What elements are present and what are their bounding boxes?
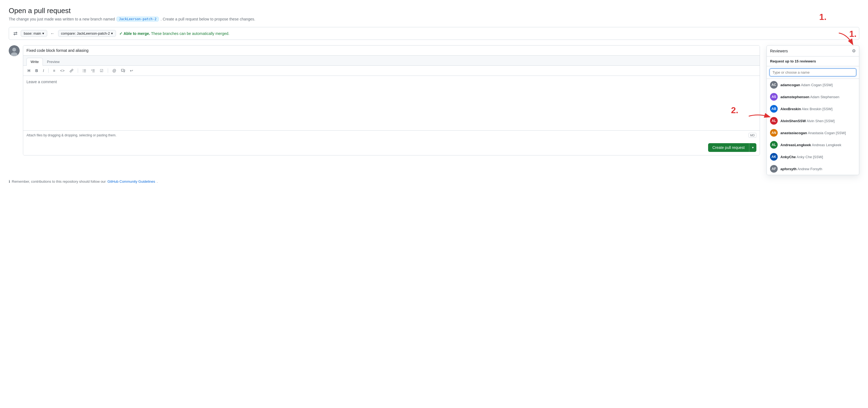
reviewers-gear-icon[interactable]: ⚙ — [852, 48, 856, 54]
create-pr-button[interactable]: Create pull request — [708, 143, 749, 152]
reviewer-list: ACadamcogan Adam Cogan [SSW]ASadamstephe… — [767, 79, 859, 175]
base-branch-select[interactable]: base: main ▾ — [21, 30, 47, 37]
reviewer-username: AlexBreskin — [780, 107, 801, 111]
attach-bar: Attach files by dragging & dropping, sel… — [23, 130, 760, 140]
code-button[interactable]: <> — [59, 68, 65, 73]
merge-bar: ⇄ base: main ▾ ← compare: JackLeerson-pa… — [9, 27, 859, 40]
pr-title-input[interactable] — [23, 45, 760, 56]
reviewer-fullname: Adam Stephensen — [809, 95, 839, 99]
base-chevron-icon: ▾ — [42, 31, 44, 35]
right-panel: 1. Reviewers ⚙ Request up to 15 reviewer… — [767, 45, 859, 175]
reviewer-username: apforsyth — [780, 167, 797, 171]
merge-check-icon: ✓ — [119, 31, 123, 36]
reviewers-header: Reviewers ⚙ — [767, 45, 859, 57]
branch-badge: JackLeerson-patch-2 — [117, 17, 159, 22]
reviewer-avatar: AL — [770, 117, 778, 125]
reviewer-search-input[interactable] — [770, 68, 856, 76]
reviewer-fullname: Adam Cogan [SSW] — [800, 83, 833, 87]
reviewer-username: adamcogan — [780, 83, 800, 87]
comment-placeholder: Leave a comment — [27, 80, 57, 84]
pr-editor: Write Preview H B I ≡ <> — [23, 45, 760, 155]
compare-chevron-icon: ▾ — [111, 31, 113, 35]
ordered-list-button[interactable]: ≡ — [52, 68, 56, 73]
subtitle-pre: The change you just made was written to … — [9, 17, 115, 21]
numbered-list-button[interactable] — [90, 68, 96, 73]
footer-note: ℹ Remember, contributions to this reposi… — [9, 180, 859, 184]
bold-button[interactable]: B — [34, 68, 39, 73]
undo-button[interactable]: ↩︎ — [129, 68, 134, 73]
swap-branches-icon[interactable]: ← — [51, 31, 55, 36]
reviewers-dropdown: Reviewers ⚙ Request up to 15 reviewers A… — [767, 45, 859, 175]
reviewers-title: Reviewers — [770, 49, 788, 53]
unordered-list-button[interactable] — [81, 68, 87, 73]
reviewer-name: adamcogan Adam Cogan [SSW] — [780, 83, 833, 87]
merge-status: ✓ Able to merge. These branches can be a… — [119, 31, 229, 36]
actions-row: Create pull request ▾ — [23, 140, 760, 155]
footer-text-post: . — [157, 180, 158, 184]
compare-branch-label: compare: JackLeerson-patch-2 — [61, 31, 110, 35]
reviewer-avatar: AL — [770, 141, 778, 149]
reference-button[interactable] — [120, 68, 126, 73]
reviewer-name: AlvinShenSSW Alvin Shen [SSW] — [780, 119, 835, 123]
reviewer-username: adamstephensen — [780, 95, 809, 99]
toolbar-sep-1 — [48, 68, 49, 73]
reviewer-name: AnkyChe Anky Che [SSW] — [780, 155, 823, 159]
tab-write[interactable]: Write — [27, 58, 43, 66]
compare-branch-select[interactable]: compare: JackLeerson-patch-2 ▾ — [58, 30, 116, 37]
reviewer-username: AlvinShenSSW — [780, 119, 806, 123]
reviewer-fullname: Anky Che [SSW] — [796, 155, 823, 159]
reviewer-username: anastasiacogan — [780, 131, 807, 135]
link-button[interactable] — [68, 68, 74, 73]
mention-button[interactable]: @ — [111, 68, 117, 73]
reviewer-list-item[interactable]: ASadamstephensen Adam Stephensen — [767, 91, 859, 103]
reviewer-list-item[interactable]: ALAndreasLengkeek Andreas Lengkeek — [767, 139, 859, 151]
footer-info-icon: ℹ — [9, 180, 10, 184]
reviewer-fullname: Andreas Lengkeek — [811, 143, 841, 147]
create-pr-dropdown-button[interactable]: ▾ — [749, 143, 756, 152]
compare-icon: ⇄ — [13, 31, 18, 36]
markdown-icon: MD — [748, 133, 756, 138]
reviewer-name: adamstephensen Adam Stephensen — [780, 95, 839, 99]
reviewer-username: AndreasLengkeek — [780, 143, 811, 147]
reviewer-avatar: AK — [770, 153, 778, 161]
toolbar-sep-2 — [78, 68, 78, 73]
task-list-button[interactable]: ☑ — [99, 68, 104, 73]
reviewer-list-item[interactable]: ACadamcogan Adam Cogan [SSW] — [767, 79, 859, 91]
italic-button[interactable]: I — [42, 68, 45, 73]
avatar-image — [9, 45, 20, 56]
editor-toolbar: H B I ≡ <> — [23, 66, 760, 76]
reviewer-list-item[interactable]: ABAlexBreskin Alex Breskin [SSW] — [767, 103, 859, 115]
reviewer-fullname: Andrew Forsyth — [797, 167, 822, 171]
footer-guidelines-link[interactable]: GitHub Community Guidelines — [107, 180, 155, 184]
footer-text-pre: Remember, contributions to this reposito… — [12, 180, 106, 184]
reviewer-username: AnkyChe — [780, 155, 796, 159]
reviewer-list-item[interactable]: ANanastasiacogan Anastasia Cogan [SSW] — [767, 127, 859, 139]
reviewer-avatar: AC — [770, 81, 778, 89]
reviewer-avatar: AN — [770, 129, 778, 137]
svg-point-1 — [12, 48, 16, 52]
reviewer-search-wrapper — [767, 66, 859, 79]
reviewer-avatar: AF — [770, 165, 778, 172]
reviewer-list-item[interactable]: ALAlvinShenSSW Alvin Shen [SSW] — [767, 115, 859, 127]
reviewer-list-item[interactable]: AKAnkyChe Anky Che [SSW] — [767, 151, 859, 163]
reviewer-avatar: AS — [770, 93, 778, 101]
reviewer-name: anastasiacogan Anastasia Cogan [SSW] — [780, 131, 846, 135]
tab-preview[interactable]: Preview — [43, 58, 64, 66]
attach-text: Attach files by dragging & dropping, sel… — [27, 133, 117, 137]
reviewer-fullname: Anastasia Cogan [SSW] — [807, 131, 846, 135]
page-subtitle: The change you just made was written to … — [9, 17, 859, 22]
reviewer-fullname: Alvin Shen [SSW] — [806, 119, 835, 123]
reviewers-info: Request up to 15 reviewers — [767, 57, 859, 66]
merge-status-bold: Able to merge. — [124, 31, 150, 36]
reviewer-fullname: Alex Breskin [SSW] — [801, 107, 833, 111]
user-avatar — [9, 45, 20, 56]
base-branch-label: base: main — [24, 31, 41, 35]
toolbar-sep-3 — [108, 68, 108, 73]
comment-textarea[interactable]: Leave a comment — [23, 76, 760, 130]
left-column: Write Preview H B I ≡ <> — [9, 45, 760, 155]
reviewer-list-item[interactable]: AFapforsyth Andrew Forsyth — [767, 163, 859, 175]
subtitle-post: . Create a pull request below to propose… — [160, 17, 255, 21]
heading-button[interactable]: H — [27, 68, 31, 73]
merge-status-detail: These branches can be automatically merg… — [151, 31, 229, 36]
reviewer-name: apforsyth Andrew Forsyth — [780, 167, 822, 171]
